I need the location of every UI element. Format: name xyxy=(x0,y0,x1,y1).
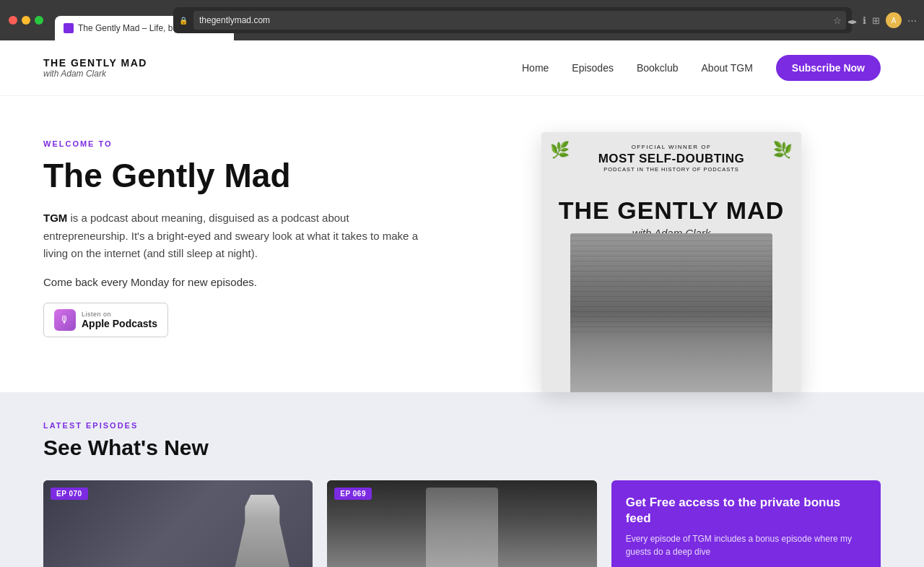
cover-award-sub: PODCAST IN THE HISTORY OF PODCASTS xyxy=(556,166,787,173)
nav-bookclub[interactable]: Bookclub xyxy=(637,62,679,74)
ep069-badge: EP 069 xyxy=(334,488,372,500)
hero-title: The Gently Mad xyxy=(43,157,433,195)
welcome-label: WELCOME TO xyxy=(43,139,433,148)
hero-right: 🌿 🌿 OFFICIAL WINNER OF MOST SELF-DOUBTIN… xyxy=(462,132,881,392)
microphone-icon: 🎙 xyxy=(60,314,70,326)
site-wrapper: THE GENTLY MAD with Adam Clark Home Epis… xyxy=(0,40,924,567)
minimize-button[interactable] xyxy=(22,16,30,25)
listen-on-label: Listen on xyxy=(82,311,157,318)
url-input[interactable]: thegentlymad.com xyxy=(193,11,846,30)
help-icon[interactable]: ℹ xyxy=(863,15,866,26)
site-nav: Home Episodes Bookclub About TGM Subscri… xyxy=(522,55,881,81)
section-title: See What's New xyxy=(43,436,881,460)
podcast-cover: 🌿 🌿 OFFICIAL WINNER OF MOST SELF-DOUBTIN… xyxy=(541,132,801,392)
hero-section: WELCOME TO The Gently Mad TGM is a podca… xyxy=(0,96,924,392)
nav-home[interactable]: Home xyxy=(522,62,549,74)
lock-icon: 🔒 xyxy=(179,17,188,25)
maximize-button[interactable] xyxy=(35,16,43,25)
bonus-title: Get Free access to the private bonus fee… xyxy=(626,495,866,527)
hero-cta-text: Come back every Monday for new episodes. xyxy=(43,276,433,288)
cover-official-text: OFFICIAL WINNER OF xyxy=(556,144,787,150)
laurel-left-icon: 🌿 xyxy=(550,141,570,160)
hat-graphic xyxy=(570,233,772,392)
menu-icon[interactable]: ⋯ xyxy=(907,15,917,26)
ep070-badge: EP 070 xyxy=(51,488,88,500)
site-logo: THE GENTLY MAD with Adam Clark xyxy=(43,57,147,79)
subscribe-button[interactable]: Subscribe Now xyxy=(776,55,881,81)
apple-podcasts-label: Apple Podcasts xyxy=(82,318,157,329)
pocket-icon[interactable]: 🕳 xyxy=(847,15,857,26)
user-avatar[interactable]: A xyxy=(886,12,902,28)
address-bar[interactable]: 🔒 thegentlymad.com xyxy=(173,7,852,33)
logo-title: THE GENTLY MAD xyxy=(43,57,147,69)
cover-face-image xyxy=(570,233,772,392)
section-label: LATEST EPISODES xyxy=(43,421,881,430)
nav-episodes[interactable]: Episodes xyxy=(572,62,614,74)
latest-episodes-section: LATEST EPISODES See What's New EP 070 EP… xyxy=(0,392,924,567)
logo-subtitle: with Adam Clark xyxy=(43,69,147,79)
nav-about[interactable]: About TGM xyxy=(702,62,753,74)
podcast-btn-text: Listen on Apple Podcasts xyxy=(82,311,157,329)
toolbar-icons: ☆ 🕳 ℹ ⊞ A ⋯ xyxy=(833,7,917,33)
hero-desc-rest: is a podcast about meaning, disguised as… xyxy=(43,212,418,260)
episode-card-070[interactable]: EP 070 xyxy=(43,480,313,567)
bonus-feed-card[interactable]: Get Free access to the private bonus fee… xyxy=(611,480,881,567)
episodes-grid: EP 070 EP 069 Get Free access to the pri… xyxy=(43,480,881,567)
tab-favicon xyxy=(64,23,74,33)
hero-left: WELCOME TO The Gently Mad TGM is a podca… xyxy=(43,132,462,392)
traffic-lights xyxy=(9,16,43,25)
cover-main-title: THE GENTLY MAD xyxy=(556,197,787,224)
apple-podcasts-button[interactable]: 🎙 Listen on Apple Podcasts xyxy=(43,303,168,337)
bonus-description: Every episode of TGM includes a bonus ep… xyxy=(626,532,866,558)
ep069-person-image xyxy=(426,488,498,567)
cover-top-text: 🌿 🌿 OFFICIAL WINNER OF MOST SELF-DOUBTIN… xyxy=(541,132,801,184)
close-button[interactable] xyxy=(9,16,17,25)
grid-icon[interactable]: ⊞ xyxy=(872,15,880,26)
browser-chrome: The Gently Mad – Life, business... × + 🔒… xyxy=(0,0,924,40)
star-icon[interactable]: ☆ xyxy=(833,15,842,26)
site-header: THE GENTLY MAD with Adam Clark Home Epis… xyxy=(0,40,924,96)
apple-podcasts-icon: 🎙 xyxy=(54,309,76,331)
episode-card-069[interactable]: EP 069 xyxy=(327,480,596,567)
laurel-right-icon: 🌿 xyxy=(773,141,793,160)
hero-description: TGM is a podcast about meaning, disguise… xyxy=(43,209,433,263)
cover-award-text: MOST SELF-DOUBTING xyxy=(556,152,787,166)
avatar-initial: A xyxy=(892,17,897,25)
tgm-bold: TGM xyxy=(43,212,67,224)
